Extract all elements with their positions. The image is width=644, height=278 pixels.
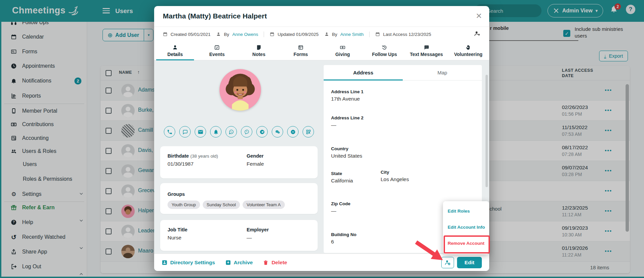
tab-volunteering[interactable]: Volunteering	[447, 42, 489, 60]
address-line-2-field: Address Line 2 —	[331, 115, 364, 128]
note-icon	[256, 45, 262, 50]
tab-details[interactable]: Details	[154, 42, 196, 60]
building-no-field: Building No 6	[331, 232, 357, 245]
person-gear-icon	[444, 259, 451, 266]
employer-value: —	[247, 235, 269, 241]
menu-item-remove-account[interactable]: Remove Account	[448, 241, 485, 246]
wechat-icon[interactable]	[272, 126, 283, 137]
trash-icon	[263, 260, 269, 266]
person-add-icon[interactable]	[474, 30, 480, 38]
modal-footer: Directory Settings Archive Delete Edit	[154, 254, 489, 271]
woman-afro-avatar	[219, 69, 261, 111]
birthdate-value: 01/30/1987	[168, 161, 318, 167]
city-field: City Los Angeles	[381, 170, 409, 182]
person-icon	[216, 32, 221, 37]
by-label: By	[332, 32, 337, 37]
created-meta: Created 05/01/2021	[171, 32, 210, 37]
state-field: State California	[331, 171, 353, 184]
tab-text-messages[interactable]: Text Messages	[405, 42, 447, 60]
calendar-icon	[270, 32, 274, 37]
account-options-menu: Edit Roles Edit Account Info Remove Acco…	[443, 201, 489, 254]
calendar-icon	[375, 32, 380, 37]
modal-scrollbar[interactable]	[486, 75, 488, 187]
giving-icon	[340, 45, 345, 50]
birthdate-gender-card: Birthdate (38 years old) 01/30/1987 Gend…	[160, 146, 318, 178]
menu-item-edit-roles[interactable]: Edit Roles	[448, 209, 470, 214]
group-chip[interactable]: Volunteer Team A	[243, 201, 285, 209]
by-label: By	[224, 32, 229, 37]
groups-label: Groups	[168, 191, 185, 197]
qr-code-icon[interactable]	[303, 126, 314, 137]
person-icon	[324, 32, 329, 37]
profile-photo[interactable]	[219, 69, 261, 111]
meta-divider	[264, 32, 264, 37]
job-title-label: Job Title	[168, 227, 187, 232]
meta-divider	[369, 32, 370, 37]
modal-title: Martha (Matty) Beatrice Halpert	[163, 12, 267, 20]
telegram-icon[interactable]	[256, 126, 268, 137]
last-access-meta: Last Access 12/23/2025	[383, 32, 431, 37]
profile-tab-bar: Details Events Notes Forms Giving Follow…	[154, 42, 489, 60]
job-employer-card: Job Title Nurse Employer —	[160, 220, 318, 251]
groups-card: Groups Youth Group Sunday School Volunte…	[160, 183, 318, 214]
birthdate-label: Birthdate	[168, 153, 189, 159]
archive-icon	[225, 260, 231, 266]
forms-icon	[298, 45, 304, 50]
user-profile-modal: Martha (Matty) Beatrice Halpert × Create…	[154, 6, 489, 271]
tab-giving[interactable]: Giving	[322, 42, 364, 60]
calendar-icon	[163, 32, 168, 37]
gender-label: Gender	[247, 153, 264, 159]
viber-icon[interactable]	[241, 126, 252, 137]
person-icon	[172, 45, 178, 50]
screenshot-stage: Chmeetings Users Admin View ▾	[0, 0, 644, 278]
directory-card-icon	[162, 260, 168, 266]
tab-map[interactable]: Map	[403, 65, 482, 80]
updated-by-link[interactable]: Anne Smith	[340, 32, 364, 37]
group-chip[interactable]: Sunday School	[203, 201, 240, 209]
chat-icon	[424, 45, 429, 50]
notification-icon[interactable]	[210, 126, 221, 137]
tab-notes[interactable]: Notes	[238, 42, 280, 60]
tab-address[interactable]: Address	[324, 65, 403, 80]
employer-label: Employer	[247, 227, 269, 232]
job-title-value: Nurse	[168, 235, 318, 241]
account-options-button[interactable]	[441, 257, 454, 268]
tab-follow-ups[interactable]: Follow Ups	[364, 42, 405, 60]
created-by-link[interactable]: Anne Owens	[232, 32, 258, 37]
messenger-icon[interactable]	[287, 126, 299, 137]
phone-icon[interactable]	[164, 126, 175, 137]
address-map-tabs: Address Map	[324, 65, 482, 80]
follow-ups-icon	[382, 45, 387, 50]
directory-settings-button[interactable]: Directory Settings	[162, 260, 215, 266]
tab-events[interactable]: Events	[196, 42, 238, 60]
address-line-1-field: Address Line 1 17th Avenue	[331, 89, 364, 102]
communication-actions	[164, 126, 314, 137]
menu-item-edit-account-info[interactable]: Edit Account Info	[448, 225, 485, 230]
zip-code-field: Zip Code —	[331, 201, 350, 214]
delete-button[interactable]: Delete	[263, 260, 287, 266]
group-chip[interactable]: Youth Group	[168, 201, 200, 209]
calendar-check-icon	[214, 45, 220, 50]
gender-value: Female	[247, 161, 264, 167]
modal-meta-row: Created 05/01/2021 By Anne Owens Updated…	[154, 27, 489, 42]
birthdate-age: (38 years old)	[190, 154, 218, 159]
hand-icon	[465, 45, 471, 50]
sms-icon[interactable]	[179, 126, 191, 137]
whatsapp-icon[interactable]	[226, 126, 237, 137]
modal-body: Birthdate (38 years old) 01/30/1987 Gend…	[154, 60, 489, 254]
modal-header: Martha (Matty) Beatrice Halpert ×	[154, 6, 489, 27]
archive-button[interactable]: Archive	[225, 260, 253, 266]
close-icon[interactable]: ×	[476, 10, 482, 21]
email-icon[interactable]	[195, 126, 206, 137]
edit-button[interactable]: Edit	[457, 257, 482, 268]
country-field: Country United States	[331, 146, 362, 159]
tab-forms[interactable]: Forms	[280, 42, 322, 60]
updated-meta: Updated 01/09/2025	[277, 32, 318, 37]
